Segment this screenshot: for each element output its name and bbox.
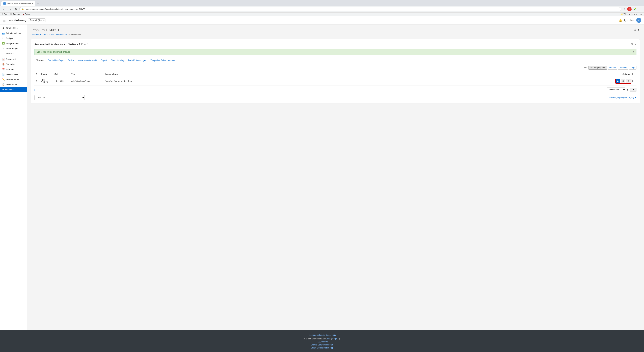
sidebar-item-tk999[interactable]: 🎓 TK99/9/9999 xyxy=(0,26,27,31)
apps-bookmark[interactable]: ⠿ Apps xyxy=(2,13,8,15)
sidebar: 🎓 TK99/9/9999 👥 Teilnehmer/innen 🛡 Badge… xyxy=(0,24,27,330)
active-tab[interactable]: TK99/9:9999: Anwesenheit × xyxy=(1,1,35,6)
documentation-link[interactable]: Dokumentation zu dieser Seite xyxy=(309,334,336,336)
footer-logout-link[interactable]: Logout xyxy=(332,338,338,340)
tab-favicon xyxy=(3,2,6,5)
footer-paren-close: ) xyxy=(339,338,340,340)
select-arrow-icon: ⬆ xyxy=(627,88,628,91)
settings-dropdown-arrow: ▼ xyxy=(637,28,640,31)
row-typ: Alle Teilnehmer/innen xyxy=(70,77,103,85)
footer-mobile-app-link[interactable]: Laden Sie die mobile App xyxy=(310,347,334,349)
row-aktionen: ▶ ⚙ 🗑 xyxy=(614,77,636,85)
table-row: 1 Thu.5.11.20 14 - 15:30 Alle Teilnehmer… xyxy=(34,77,636,85)
select-all-checkbox[interactable] xyxy=(632,73,635,75)
extensions-button[interactable]: 🧩 xyxy=(632,7,637,11)
sidebar-item-kalender[interactable]: 📅 Kalender xyxy=(0,67,27,72)
page-settings-button[interactable]: ⚙ ▼ xyxy=(634,28,640,31)
attendance-table: # Datum Zeit Typ Beschreibung Aktionen xyxy=(34,71,636,85)
new-tab-button[interactable]: + xyxy=(36,1,40,6)
ok-button[interactable]: OK xyxy=(630,88,636,92)
hamburger-button[interactable]: ☰ xyxy=(3,18,6,22)
tab-texte-fur-warnungen[interactable]: Texte für Warnungen xyxy=(126,58,148,63)
breadcrumb-tk999[interactable]: TK99/9/9999 xyxy=(56,33,68,36)
back-button[interactable]: ← xyxy=(2,7,6,11)
row-datum: Thu.5.11.20 xyxy=(40,77,53,85)
delete-row-button[interactable]: 🗑 xyxy=(626,79,631,83)
sidebar-item-meine-dateien[interactable]: 📄 Meine Dateien xyxy=(0,72,27,77)
sidebar-item-dashboard[interactable]: 📊 Dashboard xyxy=(0,57,27,62)
info-icon[interactable]: ℹ xyxy=(34,88,36,91)
attendance-title: Anwesenheit für den Kurs :: Testkurs 1 K… xyxy=(34,43,89,46)
zammad-label: Zammad xyxy=(13,13,21,15)
reload-button[interactable]: ↻ xyxy=(14,7,18,11)
tab-termin-hinzufugen[interactable]: Termin hinzufügen xyxy=(46,58,66,63)
sidebar-item-tk99-active[interactable]: TK99/9/9999 xyxy=(0,87,27,92)
sidebar-item-dashboard-label: Dashboard xyxy=(6,58,16,60)
sidebar-item-bewertungen[interactable]: ✓ Bewertungen xyxy=(0,46,27,51)
meine-dateien-icon: 📄 xyxy=(2,73,5,76)
tab-bar: TK99/9:9999: Anwesenheit × + xyxy=(0,0,644,6)
attendance-settings-button[interactable]: ⚙ ▼ xyxy=(631,43,636,46)
sidebar-item-kompetenzen[interactable]: ✅ Kompetenzen xyxy=(0,41,27,46)
sidebar-sub-item-verwaist[interactable]: Verwaist xyxy=(0,51,27,55)
tab-termine[interactable]: Termine xyxy=(34,58,46,63)
filter-monate[interactable]: Monate xyxy=(608,66,617,69)
profile-button[interactable]: J xyxy=(627,7,632,11)
breadcrumb-meine-kurse[interactable]: Meine Kurse xyxy=(42,33,54,36)
forward-button[interactable]: → xyxy=(8,7,12,11)
settings-row-button[interactable]: ⚙ xyxy=(621,79,626,83)
th-aktionen: Aktionen xyxy=(614,71,636,77)
footer-datenschutz-link[interactable]: Unsere Datenlöschfristen xyxy=(311,344,334,346)
bewertungen-icon: ✓ xyxy=(2,47,5,50)
row-zeit: 14 - 15:30 xyxy=(53,77,70,85)
odoo-bookmark[interactable]: ● Odoo xyxy=(23,13,30,15)
play-button[interactable]: ▶ xyxy=(616,79,620,83)
filter-tage[interactable]: Tage xyxy=(629,66,636,69)
bookmark-star-button[interactable]: ☆ xyxy=(622,7,626,11)
tab-abwesenheitsbericht[interactable]: Abwesenheitsbericht xyxy=(76,58,99,63)
alert-close-button[interactable]: × xyxy=(632,50,634,53)
url-input[interactable] xyxy=(25,8,619,10)
user-avatar[interactable]: J xyxy=(636,18,641,23)
close-tab-button[interactable]: × xyxy=(32,2,33,5)
notifications-button[interactable]: 🔔 xyxy=(619,18,622,22)
moodle-body: 🎓 TK99/9/9999 👥 Teilnehmer/innen 🛡 Badge… xyxy=(0,24,644,330)
attendance-settings-arrow: ▼ xyxy=(634,43,636,46)
attendance-header: Anwesenheit für den Kurs :: Testkurs 1 K… xyxy=(34,43,636,46)
weitere-lesezeichen-label: Weitere Lesezeichen xyxy=(624,13,642,15)
meine-kurse-icon: 📋 xyxy=(2,83,5,86)
sidebar-item-badges[interactable]: 🛡 Badges xyxy=(0,36,27,41)
tab-bericht[interactable]: Bericht xyxy=(66,58,76,63)
teilnehmer-icon: 👥 xyxy=(2,32,5,34)
bookmark-folder-icon: 📁 xyxy=(620,13,623,15)
breadcrumb-dashboard[interactable]: Dashboard xyxy=(31,33,41,36)
language-selector[interactable]: Deutsch (de) xyxy=(28,18,46,22)
ankundigungen-link[interactable]: Ankündigungen (Verborgen) ▼ xyxy=(609,96,636,99)
sidebar-item-teilnehmer[interactable]: 👥 Teilnehmer/innen xyxy=(0,31,27,36)
breadcrumb-current: Anwesenheit xyxy=(69,33,81,36)
row-checkbox[interactable] xyxy=(632,80,635,82)
filter-wochen[interactable]: Wochen xyxy=(618,66,628,69)
menu-button[interactable]: ⋮ xyxy=(638,7,642,11)
messages-button[interactable]: 💬 xyxy=(624,18,628,22)
sidebar-item-startseite[interactable]: 🏠 Startseite xyxy=(0,62,27,67)
footer-user-link[interactable]: Juan xyxy=(326,338,330,340)
sidebar-item-inhaltsspeicher[interactable]: ✏️ Inhaltsspeicher xyxy=(0,77,27,82)
tab-temporare-teilnehmer[interactable]: Temporäre Teilnehmer/innen xyxy=(148,58,178,63)
footer-course-link[interactable]: TK99/9/9999 xyxy=(316,341,328,343)
toolbar-icons: ☆ J 🧩 ⋮ xyxy=(622,7,642,11)
weitere-lesezeichen[interactable]: 📁 Weitere Lesezeichen xyxy=(620,13,642,15)
zammad-bookmark[interactable]: z Zammad xyxy=(10,13,21,15)
footer-info-icon: ℹ xyxy=(308,334,308,336)
select-action-dropdown[interactable]: Auswählen ... xyxy=(607,87,626,92)
direct-nav-select[interactable]: Direkt zu: xyxy=(34,95,85,100)
odoo-label: Odoo xyxy=(25,13,30,15)
user-name: Juan xyxy=(630,19,634,21)
filter-alle-vergangenen[interactable]: Alle vergangenen xyxy=(588,66,607,69)
tab-export[interactable]: Export xyxy=(99,58,109,63)
tab-title: TK99/9:9999: Anwesenheit xyxy=(7,2,31,5)
browser-chrome: TK99/9:9999: Anwesenheit × + ← → ↻ 🔒 ☆ J… xyxy=(0,0,644,16)
apps-label: Apps xyxy=(4,13,8,15)
sidebar-item-meine-kurse[interactable]: 📋 Meine Kurse xyxy=(0,82,27,87)
tab-status-katalog[interactable]: Status Katalog xyxy=(109,58,126,63)
